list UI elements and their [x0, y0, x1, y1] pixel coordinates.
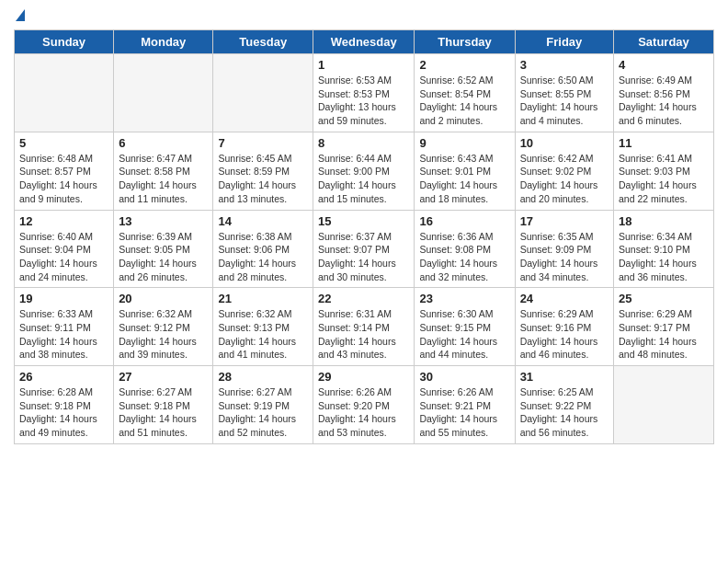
day-number: 21 [218, 292, 308, 305]
day-number: 23 [419, 292, 509, 305]
day-number: 3 [520, 58, 609, 72]
day-number: 4 [619, 58, 709, 72]
day-info: Sunrise: 6:29 AMSunset: 9:17 PMDaylight:… [619, 307, 709, 362]
day-info: Sunrise: 6:32 AMSunset: 9:13 PMDaylight:… [218, 307, 308, 362]
day-cell: 27Sunrise: 6:27 AMSunset: 9:18 PMDayligh… [114, 366, 213, 444]
day-info: Sunrise: 6:40 AMSunset: 9:04 PMDaylight:… [19, 230, 108, 284]
logo [14, 9, 27, 22]
day-header-saturday: Saturday [614, 30, 714, 54]
day-cell: 20Sunrise: 6:32 AMSunset: 9:12 PMDayligh… [114, 288, 213, 366]
day-cell: 28Sunrise: 6:27 AMSunset: 9:19 PMDayligh… [213, 366, 313, 444]
day-number: 5 [19, 136, 108, 150]
day-number: 7 [218, 136, 308, 150]
day-number: 10 [520, 136, 609, 150]
day-cell [15, 54, 114, 132]
day-number: 19 [19, 292, 108, 305]
day-number: 29 [318, 370, 409, 384]
day-number: 20 [119, 292, 208, 305]
day-cell: 5Sunrise: 6:48 AMSunset: 8:57 PMDaylight… [15, 132, 114, 210]
logo-triangle-icon [16, 9, 25, 21]
day-number: 17 [520, 214, 609, 228]
day-info: Sunrise: 6:36 AMSunset: 9:08 PMDaylight:… [419, 230, 509, 284]
day-info: Sunrise: 6:28 AMSunset: 9:18 PMDaylight:… [19, 385, 108, 440]
day-number: 13 [119, 214, 208, 228]
day-info: Sunrise: 6:41 AMSunset: 9:03 PMDaylight:… [619, 152, 709, 206]
day-info: Sunrise: 6:25 AMSunset: 9:22 PMDaylight:… [520, 385, 609, 440]
day-cell: 1Sunrise: 6:53 AMSunset: 8:53 PMDaylight… [313, 54, 415, 132]
day-header-friday: Friday [515, 30, 613, 54]
day-cell: 16Sunrise: 6:36 AMSunset: 9:08 PMDayligh… [415, 210, 515, 288]
day-cell: 29Sunrise: 6:26 AMSunset: 9:20 PMDayligh… [313, 366, 415, 444]
week-row-1: 1Sunrise: 6:53 AMSunset: 8:53 PMDaylight… [15, 54, 714, 132]
day-cell: 3Sunrise: 6:50 AMSunset: 8:55 PMDaylight… [515, 54, 613, 132]
day-cell: 21Sunrise: 6:32 AMSunset: 9:13 PMDayligh… [213, 288, 313, 366]
day-info: Sunrise: 6:29 AMSunset: 9:16 PMDaylight:… [520, 307, 609, 362]
day-number: 9 [419, 136, 509, 150]
day-number: 8 [318, 136, 409, 150]
day-info: Sunrise: 6:45 AMSunset: 8:59 PMDaylight:… [218, 152, 308, 206]
day-cell: 22Sunrise: 6:31 AMSunset: 9:14 PMDayligh… [313, 288, 415, 366]
week-row-2: 5Sunrise: 6:48 AMSunset: 8:57 PMDaylight… [15, 132, 714, 210]
day-cell: 15Sunrise: 6:37 AMSunset: 9:07 PMDayligh… [313, 210, 415, 288]
day-cell [114, 54, 213, 132]
day-number: 24 [520, 292, 609, 305]
day-number: 27 [119, 370, 208, 384]
day-info: Sunrise: 6:26 AMSunset: 9:21 PMDaylight:… [419, 385, 509, 440]
day-cell: 25Sunrise: 6:29 AMSunset: 9:17 PMDayligh… [614, 288, 714, 366]
day-number: 15 [318, 214, 409, 228]
day-info: Sunrise: 6:49 AMSunset: 8:56 PMDaylight:… [619, 74, 709, 128]
day-number: 18 [619, 214, 709, 228]
day-info: Sunrise: 6:31 AMSunset: 9:14 PMDaylight:… [318, 307, 409, 362]
week-row-5: 26Sunrise: 6:28 AMSunset: 9:18 PMDayligh… [15, 366, 714, 444]
day-number: 25 [619, 292, 709, 305]
day-header-tuesday: Tuesday [213, 30, 313, 54]
day-info: Sunrise: 6:27 AMSunset: 9:18 PMDaylight:… [119, 385, 208, 440]
day-info: Sunrise: 6:34 AMSunset: 9:10 PMDaylight:… [619, 230, 709, 284]
day-cell: 30Sunrise: 6:26 AMSunset: 9:21 PMDayligh… [415, 366, 515, 444]
logo-blue [14, 9, 25, 22]
day-info: Sunrise: 6:35 AMSunset: 9:09 PMDaylight:… [520, 230, 609, 284]
day-cell: 12Sunrise: 6:40 AMSunset: 9:04 PMDayligh… [15, 210, 114, 288]
day-info: Sunrise: 6:48 AMSunset: 8:57 PMDaylight:… [19, 152, 108, 206]
day-number: 11 [619, 136, 709, 150]
day-info: Sunrise: 6:32 AMSunset: 9:12 PMDaylight:… [119, 307, 208, 362]
calendar-table: SundayMondayTuesdayWednesdayThursdayFrid… [14, 29, 714, 444]
page-container: SundayMondayTuesdayWednesdayThursdayFrid… [0, 0, 728, 454]
day-info: Sunrise: 6:53 AMSunset: 8:53 PMDaylight:… [318, 74, 409, 128]
day-info: Sunrise: 6:27 AMSunset: 9:19 PMDaylight:… [218, 385, 308, 440]
day-cell: 24Sunrise: 6:29 AMSunset: 9:16 PMDayligh… [515, 288, 613, 366]
day-number: 14 [218, 214, 308, 228]
day-number: 6 [119, 136, 208, 150]
day-info: Sunrise: 6:44 AMSunset: 9:00 PMDaylight:… [318, 152, 409, 206]
day-info: Sunrise: 6:50 AMSunset: 8:55 PMDaylight:… [520, 74, 609, 128]
day-info: Sunrise: 6:37 AMSunset: 9:07 PMDaylight:… [318, 230, 409, 284]
day-number: 12 [19, 214, 108, 228]
day-cell [213, 54, 313, 132]
day-info: Sunrise: 6:30 AMSunset: 9:15 PMDaylight:… [419, 307, 509, 362]
day-cell: 9Sunrise: 6:43 AMSunset: 9:01 PMDaylight… [415, 132, 515, 210]
day-number: 30 [419, 370, 509, 384]
day-cell: 10Sunrise: 6:42 AMSunset: 9:02 PMDayligh… [515, 132, 613, 210]
day-cell: 18Sunrise: 6:34 AMSunset: 9:10 PMDayligh… [614, 210, 714, 288]
day-cell: 6Sunrise: 6:47 AMSunset: 8:58 PMDaylight… [114, 132, 213, 210]
day-info: Sunrise: 6:39 AMSunset: 9:05 PMDaylight:… [119, 230, 208, 284]
day-number: 2 [419, 58, 509, 72]
day-cell: 19Sunrise: 6:33 AMSunset: 9:11 PMDayligh… [15, 288, 114, 366]
page-header [14, 9, 714, 22]
calendar-header-row: SundayMondayTuesdayWednesdayThursdayFrid… [15, 30, 714, 54]
day-cell: 17Sunrise: 6:35 AMSunset: 9:09 PMDayligh… [515, 210, 613, 288]
day-cell [614, 366, 714, 444]
week-row-3: 12Sunrise: 6:40 AMSunset: 9:04 PMDayligh… [15, 210, 714, 288]
day-cell: 13Sunrise: 6:39 AMSunset: 9:05 PMDayligh… [114, 210, 213, 288]
day-header-monday: Monday [114, 30, 213, 54]
day-header-thursday: Thursday [415, 30, 515, 54]
day-number: 22 [318, 292, 409, 305]
day-cell: 7Sunrise: 6:45 AMSunset: 8:59 PMDaylight… [213, 132, 313, 210]
day-cell: 31Sunrise: 6:25 AMSunset: 9:22 PMDayligh… [515, 366, 613, 444]
day-info: Sunrise: 6:38 AMSunset: 9:06 PMDaylight:… [218, 230, 308, 284]
day-cell: 23Sunrise: 6:30 AMSunset: 9:15 PMDayligh… [415, 288, 515, 366]
day-cell: 8Sunrise: 6:44 AMSunset: 9:00 PMDaylight… [313, 132, 415, 210]
day-info: Sunrise: 6:42 AMSunset: 9:02 PMDaylight:… [520, 152, 609, 206]
day-number: 1 [318, 58, 409, 72]
day-info: Sunrise: 6:26 AMSunset: 9:20 PMDaylight:… [318, 385, 409, 440]
